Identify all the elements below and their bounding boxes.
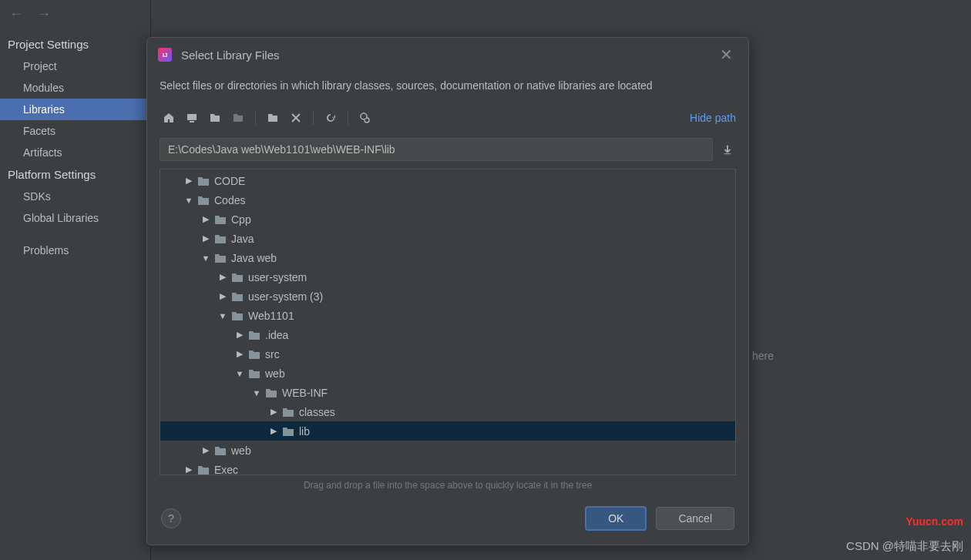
chevron-down-icon[interactable]: ▼ [200,253,211,263]
tree-row[interactable]: ▶user-system [160,267,735,287]
settings-sidebar: ← → Project Settings ProjectModulesLibra… [0,0,150,560]
drop-hint-text: here [752,350,774,362]
dialog-subtitle: Select files or directories in which lib… [147,72,748,102]
chevron-right-icon[interactable]: ▶ [183,176,194,186]
desktop-icon[interactable] [183,109,201,127]
tree-row[interactable]: ▶web [160,441,735,460]
tree-label: web [265,367,285,380]
chevron-down-icon[interactable]: ▼ [183,196,194,205]
tree-row[interactable]: ▶classes [160,402,735,421]
project-icon[interactable] [206,109,224,127]
chevron-right-icon[interactable]: ▶ [217,272,228,282]
chevron-right-icon[interactable]: ▶ [234,349,245,359]
tree-label: .idea [265,329,288,341]
folder-icon [248,368,260,379]
folder-icon [282,407,294,417]
sidebar-item-facets[interactable]: Facets [0,120,150,142]
refresh-icon[interactable] [321,109,340,127]
tree-row[interactable]: ▼Codes [160,190,735,210]
dialog-title: Select Library Files [181,49,715,62]
tree-row[interactable]: ▶Exec [160,460,735,474]
chevron-right-icon[interactable]: ▶ [234,330,245,340]
chevron-down-icon[interactable]: ▼ [251,388,262,397]
tree-row[interactable]: ▶Java [160,229,735,248]
new-folder-icon[interactable] [264,109,282,127]
folder-icon [231,291,244,302]
chevron-down-icon[interactable]: ▼ [217,311,228,320]
folder-icon [248,349,260,360]
sidebar-item-project[interactable]: Project [0,55,150,77]
tree-row[interactable]: ▶src [160,344,735,364]
tree-label: user-system [248,271,307,283]
folder-icon [214,214,227,225]
tree-row[interactable]: ▶.idea [160,325,735,344]
chevron-right-icon[interactable]: ▶ [268,407,279,417]
tree-label: lib [299,425,310,438]
tree-label: Java [231,233,254,245]
path-input[interactable] [160,138,713,161]
tree-label: Codes [214,194,245,206]
folder-icon [197,195,210,206]
folder-icon [197,464,210,475]
platform-settings-header: Platform Settings [0,163,150,186]
watermark-csdn: CSDN @特喵非要去刚 [846,539,963,554]
chevron-right-icon[interactable]: ▶ [268,426,279,436]
tree-label: Exec [214,464,238,475]
folder-icon [214,233,227,244]
file-tree-scroll[interactable]: ▶CODE▼Codes▶Cpp▶Java▼Java web▶user-syste… [160,169,735,474]
drag-hint: Drag and drop a file into the space abov… [147,475,748,495]
sidebar-item-libraries[interactable]: Libraries [0,99,150,120]
tree-label: CODE [214,175,245,187]
sidebar-item-sdks[interactable]: SDKs [0,186,150,207]
delete-icon[interactable] [287,109,305,127]
project-settings-header: Project Settings [0,33,150,55]
tree-row[interactable]: ▼Web1101 [160,306,735,325]
chevron-down-icon[interactable]: ▼ [234,369,245,378]
folder-icon [282,426,294,437]
chevron-right-icon[interactable]: ▶ [200,445,211,455]
ok-button[interactable]: OK [585,506,647,531]
tree-label: WEB-INF [282,387,328,399]
tree-label: classes [299,406,335,418]
tree-row[interactable]: ▶CODE [160,171,735,190]
tree-row[interactable]: ▼web [160,364,735,383]
watermark-yuucn: Yuucn.com [905,515,963,528]
tree-label: src [265,348,280,360]
file-tree: ▶CODE▼Codes▶Cpp▶Java▼Java web▶user-syste… [160,169,736,475]
folder-icon [214,445,227,456]
chevron-right-icon[interactable]: ▶ [183,464,194,474]
select-library-dialog: Select Library Files ✕ Select files or d… [146,37,749,545]
tree-row[interactable]: ▼WEB-INF [160,383,735,402]
home-icon[interactable] [160,109,178,127]
hide-path-link[interactable]: Hide path [690,112,736,124]
tree-row[interactable]: ▼Java web [160,248,735,267]
path-history-icon[interactable] [719,138,736,161]
sidebar-item-problems[interactable]: Problems [0,240,150,261]
folder-icon [214,253,227,263]
back-arrow-icon[interactable]: ← [9,6,23,22]
chevron-right-icon[interactable]: ▶ [200,214,211,224]
tree-row[interactable]: ▶Cpp [160,210,735,229]
tree-label: Java web [231,252,277,264]
sidebar-item-modules[interactable]: Modules [0,77,150,99]
module-icon[interactable] [229,109,247,127]
tree-label: web [231,444,251,457]
tree-row[interactable]: ▶lib [160,421,735,441]
sidebar-item-global-libraries[interactable]: Global Libraries [0,207,150,229]
folder-icon [231,272,244,283]
show-hidden-icon[interactable] [356,109,375,127]
folder-icon [197,176,210,186]
help-icon[interactable]: ? [161,508,181,528]
forward-arrow-icon[interactable]: → [37,6,51,22]
chevron-right-icon[interactable]: ▶ [200,233,211,243]
tree-row[interactable]: ▶user-system (3) [160,287,735,306]
folder-icon [265,387,277,398]
tree-label: Cpp [231,213,251,226]
sidebar-item-artifacts[interactable]: Artifacts [0,142,150,163]
close-icon[interactable]: ✕ [715,45,737,64]
folder-icon [248,330,260,340]
folder-icon [231,310,244,321]
chevron-right-icon[interactable]: ▶ [217,291,228,301]
tree-label: Web1101 [248,310,294,322]
cancel-button[interactable]: Cancel [656,507,734,530]
